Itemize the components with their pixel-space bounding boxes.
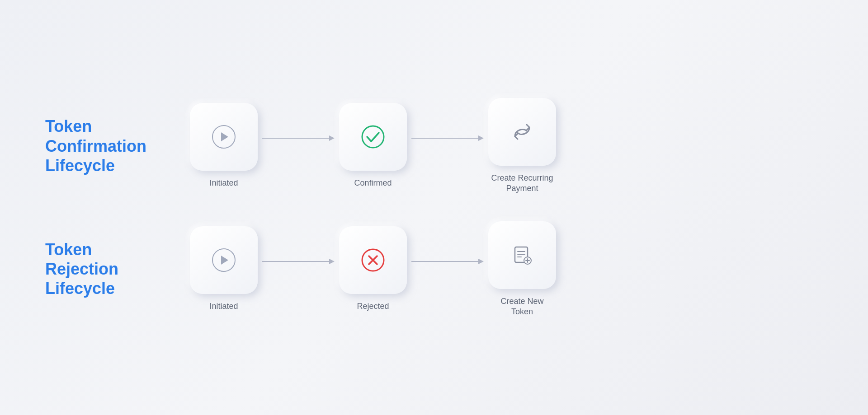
svg-marker-4 (478, 135, 484, 141)
step-card-initiated-confirmation (190, 103, 258, 171)
step-card-create-recurring (488, 98, 556, 166)
step-label-create-recurring: Create RecurringPayment (491, 173, 553, 194)
new-token-icon (510, 243, 534, 267)
arrow-svg-4 (411, 256, 484, 267)
step-label-rejected: Rejected (357, 301, 389, 312)
arrow-svg-1 (262, 133, 335, 144)
arrow-1-confirmation (258, 133, 339, 159)
arrow-svg-3 (262, 256, 335, 267)
step-card-rejected (339, 226, 407, 294)
confirmation-flow: Initiated Confirmed (190, 98, 823, 194)
step-initiated-confirmation: Initiated (190, 103, 258, 188)
confirmation-lifecycle-row: Token Confirmation Lifecycle Initiated (45, 98, 823, 194)
svg-point-2 (362, 126, 384, 148)
rejection-lifecycle-row: Token Rejection Lifecycle Initiated (45, 221, 823, 317)
step-card-confirmed (339, 103, 407, 171)
svg-marker-6 (329, 259, 335, 264)
arrow-svg-2 (411, 133, 484, 144)
rejection-title: Token Rejection Lifecycle (45, 240, 172, 298)
step-rejected: Rejected (339, 226, 407, 312)
refresh-icon (510, 120, 534, 144)
step-label-confirmed: Confirmed (354, 178, 392, 188)
step-create-recurring: Create RecurringPayment (488, 98, 556, 194)
step-create-new-token: Create NewToken (488, 221, 556, 317)
reject-icon (361, 248, 385, 272)
step-label-initiated-rejection: Initiated (209, 301, 238, 312)
play-icon-rejection (212, 248, 236, 272)
svg-marker-11 (478, 259, 484, 264)
step-card-create-new-token (488, 221, 556, 289)
rejection-flow: Initiated Rejected (190, 221, 823, 317)
step-confirmed: Confirmed (339, 103, 407, 188)
check-icon (361, 125, 385, 149)
confirmation-title: Token Confirmation Lifecycle (45, 117, 172, 175)
svg-marker-1 (329, 135, 335, 141)
step-card-initiated-rejection (190, 226, 258, 294)
step-label-create-new-token: Create NewToken (500, 296, 543, 317)
step-label-initiated-confirmation: Initiated (209, 178, 238, 188)
page-container: Token Confirmation Lifecycle Initiated (0, 0, 868, 415)
arrow-1-rejection (258, 256, 339, 282)
step-initiated-rejection: Initiated (190, 226, 258, 312)
arrow-2-confirmation (407, 133, 488, 159)
play-icon (212, 125, 236, 149)
arrow-2-rejection (407, 256, 488, 282)
